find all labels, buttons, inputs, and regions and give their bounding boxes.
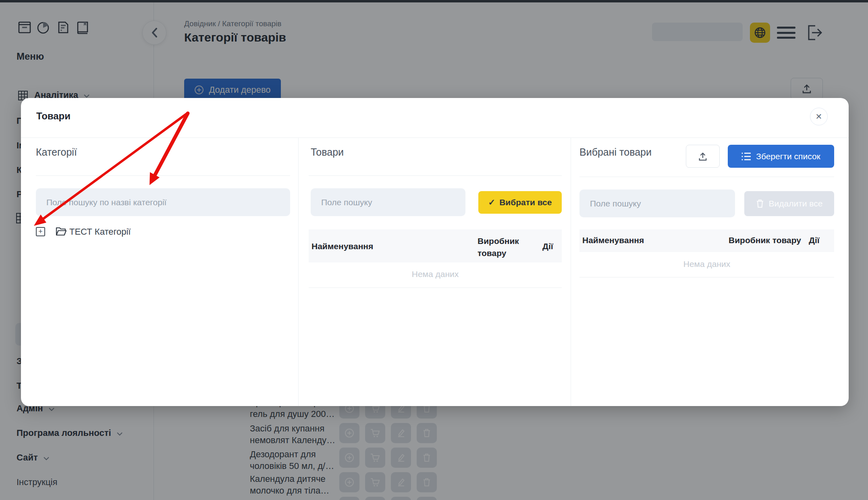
list-icon	[741, 152, 751, 161]
column-header-actions: Дії	[809, 235, 820, 245]
categories-search-input[interactable]	[36, 188, 290, 216]
selected-heading: Вибрані товари	[579, 146, 652, 158]
save-list-button[interactable]: Зберегти список	[728, 145, 834, 168]
products-search-input[interactable]	[311, 188, 465, 216]
column-divider	[298, 138, 299, 406]
products-heading: Товари	[311, 146, 344, 158]
column-divider	[571, 138, 571, 406]
upload-icon	[698, 152, 708, 161]
divider	[309, 288, 562, 288]
divider	[579, 277, 834, 277]
categories-heading: Категорії	[36, 146, 77, 158]
products-modal: Товари ✕ Категорії + ТЕСТ Категорії Това…	[21, 98, 849, 406]
products-empty-state: Нема даних	[309, 269, 562, 279]
modal-title: Товари	[36, 110, 71, 122]
select-all-button[interactable]: ✓ Вибрати все	[478, 191, 562, 214]
tree-item-test-categories[interactable]: ТЕСТ Категорії	[69, 227, 131, 237]
check-icon: ✓	[488, 198, 496, 207]
column-header-name: Найменування	[582, 235, 644, 245]
divider	[579, 177, 834, 177]
column-header-producer: Виробник товару	[729, 235, 801, 245]
close-button[interactable]: ✕	[810, 108, 828, 125]
column-header-name: Найменування	[311, 242, 373, 251]
column-header-producer: Виробник товару	[478, 235, 524, 259]
trash-icon	[756, 199, 764, 208]
close-icon: ✕	[816, 112, 822, 121]
modal-header-divider	[21, 138, 849, 138]
selected-empty-state: Нема даних	[579, 259, 834, 269]
selected-search-input[interactable]	[579, 190, 735, 217]
tree-expand-button[interactable]: +	[36, 227, 45, 236]
import-list-button[interactable]	[686, 145, 720, 168]
column-header-actions: Дії	[542, 242, 553, 251]
divider	[309, 175, 562, 176]
folder-open-icon	[56, 227, 66, 236]
divider	[36, 175, 290, 176]
delete-all-button[interactable]: Видалити все	[744, 191, 834, 216]
